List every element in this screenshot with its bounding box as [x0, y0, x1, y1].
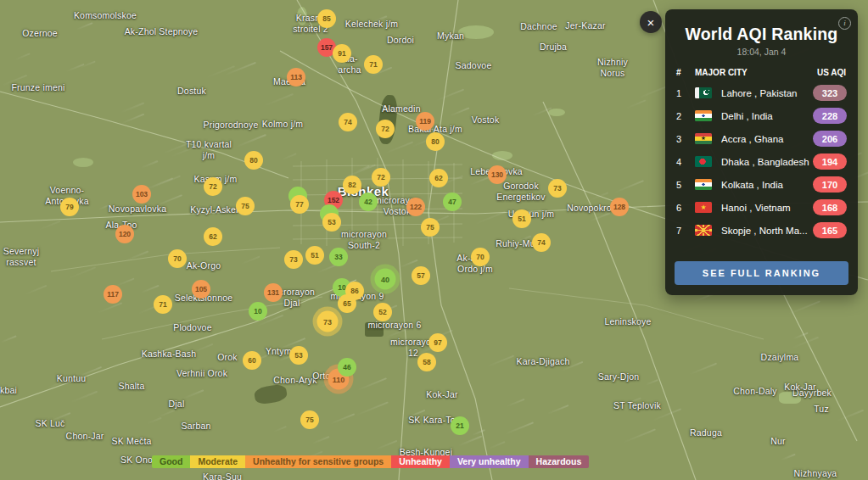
aqi-marker[interactable]: 40 — [375, 269, 396, 290]
legend-item: Unhealthy — [391, 455, 450, 468]
aqi-marker[interactable]: 70 — [168, 249, 187, 268]
aqi-marker[interactable]: 46 — [338, 358, 356, 377]
aqi-marker[interactable]: 73 — [548, 179, 567, 198]
aqi-marker[interactable]: 105 — [192, 280, 210, 299]
aqi-marker[interactable]: 74 — [532, 233, 551, 252]
aqi-marker[interactable]: 131 — [264, 283, 283, 302]
city-name: Delhi , India — [721, 111, 813, 121]
aqi-marker[interactable]: 53 — [322, 213, 341, 232]
aqi-marker[interactable]: 97 — [428, 333, 447, 352]
aqi-marker[interactable]: 57 — [412, 266, 430, 285]
aqi-marker[interactable]: 120 — [115, 225, 134, 243]
place-label: Kok-Jar — [784, 382, 816, 393]
aqi-badge: 165 — [813, 222, 847, 238]
city-name: Accra , Ghana — [721, 134, 813, 144]
aqi-marker[interactable]: 73 — [284, 250, 303, 269]
place-label: T10 kvartal j/m — [186, 139, 232, 160]
ranking-row[interactable]: 1Lahore , Pakistan323 — [665, 81, 858, 104]
place-label: Chon-Daly — [733, 386, 776, 397]
see-full-ranking-button[interactable]: SEE FULL RANKING — [675, 261, 848, 285]
place-label: Frunze imeni — [11, 82, 64, 93]
legend-item: Very unhealthy — [450, 455, 529, 468]
aqi-marker[interactable]: 62 — [429, 169, 448, 187]
aqi-marker[interactable]: 128 — [610, 198, 629, 216]
ranking-row[interactable]: 3Accra , Ghana206 — [665, 127, 858, 150]
flag-north-macedonia-icon — [695, 225, 712, 236]
place-label: Djal — [169, 399, 185, 410]
rank-number: 5 — [676, 180, 695, 190]
aqi-marker[interactable]: 60 — [243, 351, 261, 370]
place-label: Drujba — [540, 42, 567, 53]
aqi-marker[interactable]: 80 — [426, 132, 445, 151]
panel-timestamp: 18:04, Jan 4 — [665, 47, 858, 57]
aqi-marker[interactable]: 113 — [287, 68, 305, 87]
aqi-marker[interactable]: 71 — [364, 55, 383, 74]
aqi-marker[interactable]: 72 — [204, 177, 222, 196]
aqi-marker[interactable]: 70 — [471, 248, 490, 266]
aqi-marker[interactable]: 52 — [373, 303, 392, 321]
place-label: Chon-Jar — [66, 431, 104, 442]
aqi-marker[interactable]: 103 — [132, 185, 151, 204]
ranking-row[interactable]: 4Dhaka , Bangladesh194 — [665, 150, 858, 173]
flag-vietnam-icon — [695, 202, 712, 213]
aqi-marker[interactable]: 10 — [249, 302, 267, 321]
aqi-marker[interactable]: 72 — [376, 120, 395, 138]
aqi-marker[interactable]: 51 — [512, 209, 531, 228]
aqi-marker[interactable]: 53 — [289, 346, 308, 365]
aqi-marker[interactable]: 80 — [244, 151, 263, 170]
place-label: Kuntuu — [57, 373, 86, 384]
aqi-marker[interactable]: 75 — [421, 218, 440, 237]
aqi-marker[interactable]: 117 — [104, 285, 122, 304]
aqi-marker[interactable]: 122 — [406, 198, 425, 216]
aqi-marker[interactable]: 77 — [290, 195, 309, 214]
aqi-marker[interactable]: 75 — [236, 197, 255, 215]
flag-india-icon — [695, 179, 712, 190]
aqi-marker[interactable]: 73 — [317, 311, 339, 332]
legend-item: Good — [152, 455, 190, 468]
aqi-marker[interactable]: 119 — [416, 112, 434, 131]
aqi-marker[interactable]: 21 — [451, 416, 469, 435]
aqi-marker[interactable]: 79 — [60, 198, 79, 216]
ranking-row[interactable]: 6Hanoi , Vietnam168 — [665, 196, 858, 219]
aqi-badge: 170 — [813, 176, 847, 193]
aqi-marker[interactable]: 74 — [339, 113, 357, 131]
info-icon[interactable]: i — [838, 17, 851, 30]
legend-item: Unhealthy for sensitive groups — [245, 455, 391, 468]
panel-title: World AQI Ranking — [665, 25, 858, 44]
rank-number: 4 — [676, 157, 695, 167]
aqi-marker[interactable]: 47 — [443, 193, 462, 211]
rank-number: 1 — [676, 88, 695, 98]
aqi-marker[interactable]: 33 — [329, 248, 348, 266]
aqi-marker[interactable]: 85 — [317, 9, 336, 28]
aqi-legend: GoodModerateUnhealthy for sensitive grou… — [152, 455, 589, 468]
flag-bangladesh-icon — [695, 156, 712, 167]
flag-india-icon — [695, 110, 712, 121]
place-label: Vostok — [472, 114, 500, 126]
aqi-marker[interactable]: 72 — [372, 168, 390, 187]
place-label: Dachnoe — [520, 21, 557, 32]
aqi-marker[interactable]: 62 — [204, 227, 222, 246]
ranking-row[interactable]: 7Skopje , North Ma...165 — [665, 219, 858, 242]
place-label: Gorodok Energetikov — [496, 181, 546, 202]
ranking-row[interactable]: 2Delhi , India228 — [665, 104, 858, 127]
aqi-marker[interactable]: 58 — [417, 353, 436, 371]
close-panel-button[interactable]: × — [640, 11, 662, 33]
aqi-marker[interactable]: 42 — [359, 193, 378, 211]
aqi-marker[interactable]: 65 — [338, 294, 356, 313]
place-label: ST Teplovik — [613, 400, 661, 411]
place-label: Ozernoe — [22, 28, 58, 39]
aqi-marker[interactable]: 130 — [488, 165, 507, 184]
aqi-marker[interactable]: 71 — [154, 295, 172, 314]
aqi-marker[interactable]: 75 — [300, 410, 319, 429]
ranking-row[interactable]: 5Kolkata , India170 — [665, 173, 858, 196]
aqi-marker[interactable]: 91 — [333, 44, 351, 63]
city-name: Lahore , Pakistan — [721, 88, 813, 98]
place-label: Komsomolskoe — [74, 10, 137, 21]
ranking-panel: i World AQI Ranking 18:04, Jan 4 # MAJOR… — [665, 9, 858, 295]
city-name: Hanoi , Vietnam — [721, 203, 813, 213]
place-label: Kelechek j/m — [345, 19, 399, 30]
aqi-marker[interactable]: 82 — [343, 176, 361, 194]
city-name: Dhaka , Bangladesh — [721, 157, 813, 167]
aqi-marker[interactable]: 51 — [305, 246, 324, 265]
place-label: Nur — [770, 436, 786, 447]
